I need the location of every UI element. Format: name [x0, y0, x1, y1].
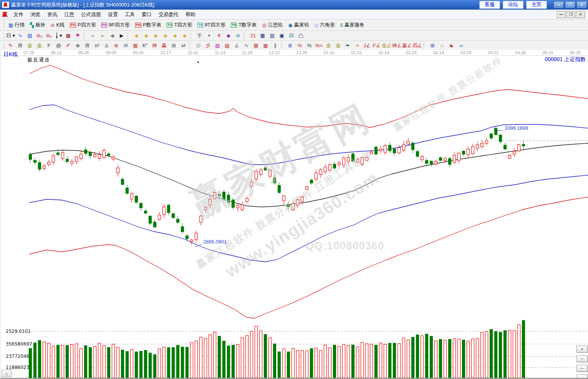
- volume-flag-button[interactable]: ⚑: [73, 31, 83, 40]
- forum-button[interactable]: 论坛: [503, 1, 523, 9]
- restore-button[interactable]: ❐: [565, 1, 575, 8]
- red-pen-button[interactable]: ✐: [63, 41, 73, 50]
- crosshair-button[interactable]: +: [204, 31, 214, 40]
- si-angle-button[interactable]: 四∠: [412, 41, 422, 50]
- candle-style-button[interactable]: ╽ ▾: [54, 31, 63, 40]
- gann-arrow-hswing-button[interactable]: ◈: [151, 31, 161, 40]
- menu-item[interactable]: 设置: [104, 11, 121, 18]
- percent-button[interactable]: %: [305, 41, 314, 50]
- prev-button[interactable]: ◀: [107, 31, 117, 40]
- gann-arrow-center-button[interactable]: ◈: [161, 31, 170, 40]
- kline-button[interactable]: ılıK线: [48, 21, 67, 29]
- gold-lines-button[interactable]: 金: [333, 41, 343, 50]
- hexagon-button[interactable]: ◇六角形: [312, 21, 338, 29]
- f-angle-button[interactable]: F∠: [372, 41, 381, 50]
- k-quote-button[interactable]: K″: [140, 41, 150, 50]
- scatter-button[interactable]: ∴: [437, 41, 447, 50]
- gann-box-button[interactable]: ◆: [224, 31, 233, 40]
- circle-ticks-button[interactable]: ⊕: [73, 41, 83, 50]
- mdi-minimize-button[interactable]: —: [557, 11, 566, 18]
- yinyang-button[interactable]: ☯: [447, 41, 457, 50]
- mirror-angle-button[interactable]: ∆: [102, 41, 111, 50]
- cycle-tool-button[interactable]: ⊛: [233, 31, 243, 40]
- draw-pen-button[interactable]: ✎: [6, 41, 15, 50]
- n-square-button[interactable]: n²: [92, 41, 102, 50]
- menu-item[interactable]: 交易委托: [155, 11, 182, 18]
- span-arrows-button[interactable]: ⇄: [179, 41, 188, 50]
- mdi-restore-button[interactable]: ❐: [566, 11, 575, 18]
- bar-scale-medium-button[interactable]: =: [576, 355, 588, 362]
- gold-circle-button[interactable]: 金: [324, 41, 333, 50]
- first-page-button[interactable]: «: [88, 31, 98, 40]
- gann-arrow-right-button[interactable]: ◈: [141, 31, 151, 40]
- fan-box-2-button[interactable]: ▧: [222, 41, 232, 50]
- menu-item[interactable]: 窗口: [138, 11, 155, 18]
- hand-drag-button[interactable]: 手: [195, 31, 204, 40]
- t-number-table-button[interactable]: TNT数字表: [228, 21, 259, 29]
- infinity-button[interactable]: ∞: [457, 41, 466, 50]
- fan-box-1-button[interactable]: ▨: [213, 41, 222, 50]
- web-grid-button[interactable]: ▦: [131, 41, 140, 50]
- gold-grid-2-button[interactable]: 金: [35, 41, 44, 50]
- parallel-lines-button[interactable]: ∥: [270, 41, 280, 50]
- menu-item[interactable]: 工具: [121, 11, 138, 18]
- close-button[interactable]: ✕: [576, 1, 587, 8]
- bar-scale-small-button[interactable]: —: [576, 365, 588, 372]
- period-day-button[interactable]: 日 ▾: [6, 31, 15, 40]
- spiral-button[interactable]: @: [54, 41, 63, 50]
- service-button[interactable]: 客服: [479, 1, 500, 9]
- ying-angle-button[interactable]: 赢∠: [402, 41, 412, 50]
- shen-tool-button[interactable]: 神: [150, 41, 159, 50]
- 9t-square-button[interactable]: T99T四方形: [195, 21, 228, 29]
- bars-3-button[interactable]: ılı₃: [35, 31, 44, 40]
- minimize-button[interactable]: —: [553, 1, 564, 8]
- red-target-button[interactable]: ⊕: [111, 41, 121, 50]
- info-panel-button[interactable]: ▤: [25, 31, 35, 40]
- sectors-button[interactable]: ▚板块: [27, 21, 48, 29]
- menu-item[interactable]: 资讯: [44, 11, 61, 18]
- quotes-button[interactable]: ▦行情: [6, 21, 27, 29]
- print-button[interactable]: 凸: [296, 31, 306, 40]
- menu-item[interactable]: 帮助: [182, 11, 199, 18]
- calendar-21-button[interactable]: 21: [248, 31, 258, 40]
- gann-wheel-button[interactable]: ◎江恩轮: [259, 21, 285, 29]
- menu-item[interactable]: 浏览: [27, 11, 44, 18]
- t-square-button[interactable]: TST四方形: [164, 21, 195, 29]
- last-page-button[interactable]: »: [98, 31, 107, 40]
- calculator-button[interactable]: ▦: [258, 31, 267, 40]
- grid-comb-button[interactable]: 卅: [15, 41, 25, 50]
- web-button[interactable]: Ж: [121, 41, 131, 50]
- expand-pane-button[interactable]: △: [2, 370, 12, 377]
- red-fan-button[interactable]: 彡: [203, 41, 213, 50]
- homepage-button[interactable]: 主页: [526, 1, 547, 9]
- ying-tool-button[interactable]: 赢: [159, 41, 169, 50]
- f-grid-button[interactable]: F: [44, 41, 54, 50]
- bars-9-button[interactable]: ılı₉: [44, 31, 54, 40]
- p-number-table-button[interactable]: PNP数字表: [133, 21, 164, 29]
- chart-type-button[interactable]: ∿: [15, 31, 25, 40]
- menu-item[interactable]: 公式选股: [78, 11, 104, 18]
- ink-brush-button[interactable]: ✒: [343, 41, 353, 50]
- shen-angle-button[interactable]: 神∠: [392, 41, 402, 50]
- memo-button[interactable]: ▤: [267, 31, 277, 40]
- winner-wheel-button[interactable]: ◉赢家轮: [285, 21, 311, 29]
- levels-button[interactable]: ≣: [285, 41, 295, 50]
- red-grid-2-button[interactable]: ▩: [261, 41, 270, 50]
- gann-arrow-vswing-button[interactable]: ◈: [180, 31, 189, 40]
- save-button[interactable]: ▣: [277, 31, 287, 40]
- j-angle-button[interactable]: J∠: [362, 41, 372, 50]
- gann-arrow-left-button[interactable]: ◈: [132, 31, 141, 40]
- comb-2-button[interactable]: 卅: [83, 41, 92, 50]
- gann-arrow-all-button[interactable]: ◈: [170, 31, 180, 40]
- red-grid-1-button[interactable]: ▦: [251, 41, 261, 50]
- gold-grid-1-button[interactable]: 金: [25, 41, 35, 50]
- angle-measure-button[interactable]: ∢: [214, 31, 224, 40]
- pattern-button[interactable]: ▩: [63, 31, 73, 40]
- red-wave-button[interactable]: ≈: [353, 41, 362, 50]
- percent-lines-button[interactable]: %=: [314, 41, 324, 50]
- bar-scale-large-button[interactable]: ≡: [576, 346, 588, 353]
- winner-service-button[interactable]: $赢家服务: [338, 21, 367, 29]
- mdi-close-button[interactable]: ✕: [576, 11, 585, 18]
- gold-angle-button[interactable]: 金∠: [381, 41, 392, 50]
- menu-item[interactable]: 文件: [10, 11, 27, 18]
